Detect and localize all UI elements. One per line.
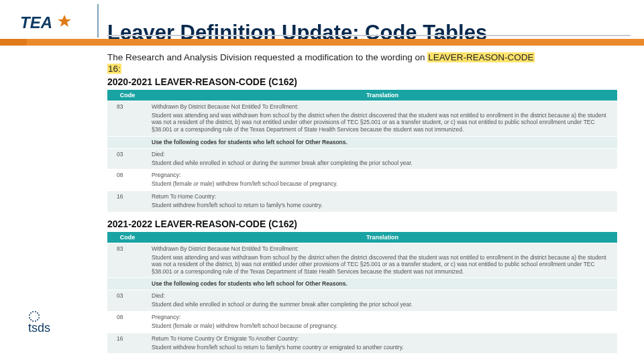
row-title: Pregnancy: — [152, 172, 180, 178]
svg-point-5 — [37, 312, 38, 314]
intro-highlight-1: LEAVER-REASON-CODE — [427, 52, 534, 62]
table-row: 16 Return To Home Country: Student withd… — [107, 190, 617, 211]
svg-point-13 — [29, 314, 30, 316]
row-text: Pregnancy: Student (female or male) with… — [148, 312, 617, 333]
title-divider — [97, 4, 99, 38]
table-row: 16 Return To Home Country Or Emigrate To… — [107, 333, 617, 353]
title-underline — [107, 35, 631, 36]
row-code: 03 — [107, 290, 148, 312]
block2-heading: 2021-2022 LEAVER-REASON-CODE (C162) — [107, 219, 631, 229]
block1-heading: 2020-2021 LEAVER-REASON-CODE (C162) — [107, 76, 631, 87]
code-table-2021-2022: Code Translation 83 Withdrawn By Distric… — [107, 232, 617, 354]
svg-point-8 — [37, 319, 38, 320]
tsds-logo: tsds — [28, 310, 82, 337]
table-row: 08 Pregnancy: Student (female or male) w… — [107, 312, 617, 333]
row-body: Student (female or male) withdrew from/l… — [152, 322, 613, 330]
table-separator: Use the following codes for students who… — [107, 136, 617, 148]
intro-text: The Research and Analysis Division reque… — [107, 52, 631, 75]
table-separator: Use the following codes for students who… — [107, 278, 617, 290]
svg-point-14 — [30, 312, 32, 314]
col-code: Code — [107, 90, 148, 101]
table-row: 03 Died: Student died while enrolled in … — [107, 148, 617, 170]
separator-label: Use the following codes for students who… — [148, 136, 617, 148]
separator-label: Use the following codes for students who… — [148, 278, 617, 290]
row-body: Student was attending and was withdrawn … — [152, 254, 613, 276]
table-row: 03 Died: Student died while enrolled in … — [107, 290, 617, 312]
table-row: 83 Withdrawn By District Because Not Ent… — [107, 243, 617, 278]
svg-point-12 — [29, 317, 30, 318]
svg-point-11 — [30, 319, 32, 320]
row-body: Student (female or male) withdrew from/l… — [152, 180, 613, 188]
row-title: Pregnancy: — [152, 314, 180, 320]
left-rail — [0, 0, 91, 362]
row-code: 16 — [107, 190, 148, 211]
code-table-2020-2021: Code Translation 83 Withdrawn By Distric… — [107, 90, 617, 212]
row-body: Student withdrew from/left school to ret… — [152, 344, 613, 351]
row-text: Pregnancy: Student (female or male) with… — [148, 170, 617, 191]
row-title: Return To Home Country: — [152, 193, 216, 200]
svg-text:tsds: tsds — [28, 321, 50, 334]
row-title: Return To Home Country Or Emigrate To An… — [152, 335, 299, 342]
table-row: 08 Pregnancy: Student (female or male) w… — [107, 170, 617, 191]
col-translation: Translation — [148, 90, 617, 101]
row-code: 08 — [107, 170, 148, 191]
row-text: Died: Student died while enrolled in sch… — [148, 290, 617, 312]
row-text: Withdrawn By District Because Not Entitl… — [148, 243, 617, 278]
content-area: The Research and Analysis Division reque… — [107, 52, 631, 353]
row-code: 16 — [107, 333, 148, 353]
svg-point-7 — [38, 317, 40, 318]
col-translation: Translation — [148, 232, 617, 243]
row-text: Withdrawn By District Because Not Entitl… — [148, 101, 617, 136]
row-title: Died: — [152, 292, 165, 299]
row-title: Withdrawn By District Because Not Entitl… — [152, 103, 299, 110]
svg-point-6 — [38, 314, 40, 316]
row-code: 08 — [107, 312, 148, 333]
row-title: Withdrawn By District Because Not Entitl… — [152, 245, 299, 252]
tea-logo: TEA — [20, 12, 80, 34]
svg-point-4 — [35, 311, 36, 312]
row-body: Student was attending and was withdrawn … — [152, 112, 613, 133]
table-row: 83 Withdrawn By District Because Not Ent… — [107, 101, 617, 136]
accent-bar — [0, 39, 644, 46]
intro-highlight-2: 16: — [107, 64, 121, 74]
row-body: Student withdrew from/left school to ret… — [152, 202, 613, 209]
row-code: 83 — [107, 101, 148, 136]
svg-text:TEA: TEA — [20, 13, 52, 32]
row-body: Student died while enrolled in school or… — [152, 301, 613, 308]
intro-prefix: The Research and Analysis Division reque… — [107, 52, 427, 62]
col-code: Code — [107, 232, 148, 243]
row-text: Return To Home Country: Student withdrew… — [148, 190, 617, 211]
row-text: Died: Student died while enrolled in sch… — [148, 148, 617, 170]
row-body: Student died while enrolled in school or… — [152, 160, 613, 167]
row-code: 83 — [107, 243, 148, 278]
row-title: Died: — [152, 151, 165, 158]
svg-point-3 — [32, 311, 34, 312]
row-code: 03 — [107, 148, 148, 170]
row-text: Return To Home Country Or Emigrate To An… — [148, 333, 617, 353]
svg-marker-2 — [58, 15, 71, 27]
